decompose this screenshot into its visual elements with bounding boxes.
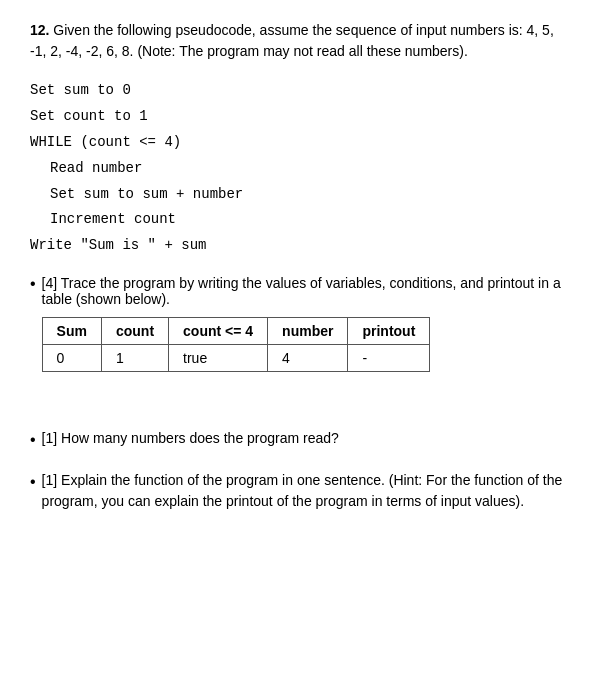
pseudo-line-7: Write "Sum is " + sum — [30, 233, 567, 259]
question-intro: 12. Given the following pseudocode, assu… — [30, 20, 567, 62]
pseudo-line-6: Increment count — [30, 207, 567, 233]
col-count-cond: count <= 4 — [169, 318, 268, 345]
bullet-3: • — [30, 470, 36, 494]
sub-question-2-text: [1] How many numbers does the program re… — [42, 428, 339, 449]
table-row: 0 1 true 4 - — [42, 345, 430, 372]
pseudo-line-2: Set count to 1 — [30, 104, 567, 130]
sub-question-1-text: Trace the program by writing the values … — [42, 275, 561, 307]
pseudocode-block: Set sum to 0 Set count to 1 WHILE (count… — [30, 78, 567, 259]
pseudo-line-1: Set sum to 0 — [30, 78, 567, 104]
col-count: count — [101, 318, 168, 345]
cell-number: 4 — [268, 345, 348, 372]
sub-question-2: • [1] How many numbers does the program … — [30, 428, 567, 452]
pseudo-line-3: WHILE (count <= 4) — [30, 130, 567, 156]
question-container: 12. Given the following pseudocode, assu… — [30, 20, 567, 512]
trace-table: Sum count count <= 4 number printout 0 1… — [42, 317, 431, 372]
cell-printout: - — [348, 345, 430, 372]
question-intro-text: Given the following pseudocode, assume t… — [30, 22, 554, 59]
col-number: number — [268, 318, 348, 345]
sub-question-1: • [4] Trace the program by writing the v… — [30, 275, 567, 396]
cell-sum: 0 — [42, 345, 101, 372]
bullet-2: • — [30, 428, 36, 452]
sub-question-1-marks: [4] — [42, 275, 61, 291]
sub-question-3-text: [1] Explain the function of the program … — [42, 470, 567, 512]
col-printout: printout — [348, 318, 430, 345]
sub-question-1-content: [4] Trace the program by writing the val… — [42, 275, 567, 396]
pseudo-line-5: Set sum to sum + number — [30, 182, 567, 208]
table-header-row: Sum count count <= 4 number printout — [42, 318, 430, 345]
pseudo-line-4: Read number — [30, 156, 567, 182]
sub-question-3-wrapper: • [1] Explain the function of the progra… — [30, 470, 567, 512]
cell-count-cond: true — [169, 345, 268, 372]
bullet-1: • — [30, 275, 36, 293]
sub-question-3: • [1] Explain the function of the progra… — [30, 470, 567, 512]
question-number: 12. — [30, 22, 49, 38]
col-sum: Sum — [42, 318, 101, 345]
sub-question-2-wrapper: • [1] How many numbers does the program … — [30, 428, 567, 452]
cell-count: 1 — [101, 345, 168, 372]
